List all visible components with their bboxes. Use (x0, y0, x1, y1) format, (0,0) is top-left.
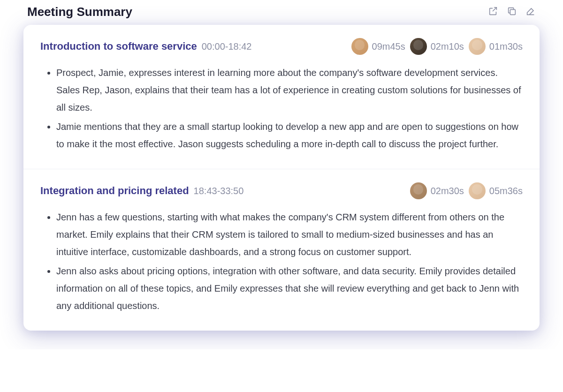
header-actions (488, 6, 536, 18)
participant-duration: 05m36s (489, 186, 523, 196)
participant-duration: 09m45s (372, 41, 405, 52)
edit-icon[interactable] (525, 6, 536, 18)
avatar (469, 182, 486, 199)
section-title: Introduction to software service (40, 40, 197, 53)
bullet-item: Jenn also asks about pricing options, in… (56, 263, 523, 315)
bullet-item: Jamie mentions that they are a small sta… (56, 118, 523, 153)
avatar (469, 38, 486, 55)
summary-card: Introduction to software service 00:00-1… (23, 25, 540, 331)
export-icon[interactable] (488, 6, 498, 18)
bullet-item: Jenn has a few questions, starting with … (56, 209, 523, 261)
participant: 02m30s (410, 182, 464, 199)
avatar (351, 38, 368, 55)
avatar (410, 182, 427, 199)
bullet-list: Jenn has a few questions, starting with … (40, 209, 523, 315)
copy-icon[interactable] (507, 6, 517, 18)
bullet-list: Prospect, Jamie, expresses interest in l… (40, 64, 523, 153)
summary-section: Integration and pricing related 18:43-33… (23, 169, 540, 331)
participant: 02m10s (410, 38, 464, 55)
participant-duration: 02m30s (431, 186, 464, 196)
section-time-range: 00:00-18:42 (202, 41, 252, 52)
participant: 01m30s (469, 38, 523, 55)
bullet-item: Prospect, Jamie, expresses interest in l… (56, 64, 523, 116)
participant-duration: 01m30s (489, 41, 523, 52)
summary-section: Introduction to software service 00:00-1… (23, 25, 540, 169)
participant: 09m45s (351, 38, 405, 55)
section-title: Integration and pricing related (40, 185, 189, 197)
avatar (410, 38, 427, 55)
participant-duration: 02m10s (431, 41, 464, 52)
page-title: Meeting Summary (27, 5, 132, 19)
section-time-range: 18:43-33:50 (194, 186, 244, 196)
svg-rect-0 (510, 9, 515, 15)
header-bar: Meeting Summary (23, 5, 540, 19)
participant: 05m36s (469, 182, 523, 199)
section-header: Integration and pricing related 18:43-33… (40, 182, 523, 199)
section-header: Introduction to software service 00:00-1… (40, 38, 523, 55)
